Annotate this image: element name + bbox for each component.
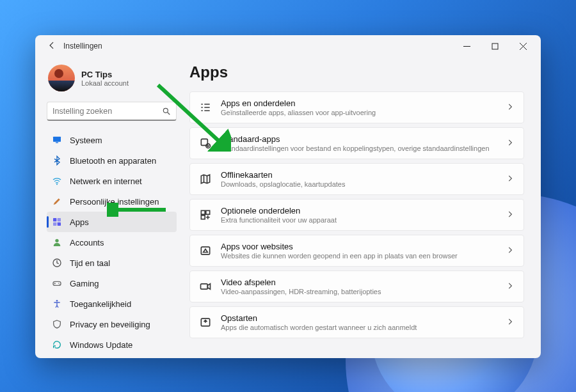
profile-name: PC Tips bbox=[81, 70, 129, 79]
search-icon bbox=[162, 107, 171, 116]
chevron-right-icon bbox=[506, 281, 515, 292]
sidebar-item-label: Windows Update bbox=[70, 340, 132, 350]
svg-rect-1 bbox=[492, 43, 498, 49]
window-title: Instellingen bbox=[63, 42, 452, 51]
chevron-right-icon bbox=[506, 102, 515, 113]
add-feature-icon bbox=[199, 208, 212, 221]
sidebar-item-privacy-en-beveiliging[interactable]: Privacy en beveiliging bbox=[47, 314, 177, 334]
settings-card-list: Apps en onderdelenGeïnstalleerde apps, a… bbox=[189, 91, 524, 338]
sidebar-item-label: Privacy en beveiliging bbox=[70, 320, 150, 329]
sidebar-item-label: Apps bbox=[70, 217, 89, 227]
sidebar-item-accounts[interactable]: Accounts bbox=[47, 232, 177, 253]
bluetooth-icon bbox=[52, 155, 62, 166]
card-description: Downloads, opslaglocatie, kaartupdates bbox=[221, 180, 497, 188]
person-icon bbox=[52, 237, 62, 247]
close-button[interactable] bbox=[509, 36, 537, 56]
sidebar-item-netwerk-en-internet[interactable]: Netwerk en internet bbox=[47, 171, 177, 191]
sidebar-item-label: Systeem bbox=[70, 136, 102, 145]
search-box[interactable] bbox=[47, 102, 177, 121]
paintbrush-icon bbox=[52, 196, 62, 207]
page-heading: Apps bbox=[189, 63, 524, 81]
map-icon bbox=[199, 173, 212, 185]
update-icon bbox=[52, 340, 62, 350]
card-title: Apps voor websites bbox=[221, 242, 497, 251]
sidebar-item-label: Toegankelijkheid bbox=[70, 299, 131, 309]
gamepad-icon bbox=[52, 278, 62, 288]
apps-icon bbox=[52, 217, 62, 227]
sidebar-item-apps[interactable]: Apps bbox=[47, 212, 177, 232]
settings-card-apps-voor-websites[interactable]: Apps voor websitesWebsites die kunnen wo… bbox=[189, 235, 524, 267]
maximize-button[interactable] bbox=[481, 36, 509, 56]
profile-subtitle: Lokaal account bbox=[81, 79, 129, 87]
settings-card-optionele-onderdelen[interactable]: Optionele onderdelenExtra functionalitei… bbox=[189, 199, 524, 231]
sidebar-item-label: Tijd en taal bbox=[70, 258, 110, 268]
sidebar-item-tijd-en-taal[interactable]: Tijd en taal bbox=[47, 253, 177, 273]
back-button[interactable] bbox=[44, 41, 60, 52]
accessibility-icon bbox=[52, 299, 62, 309]
search-input[interactable] bbox=[52, 107, 162, 116]
default-apps-icon bbox=[199, 137, 212, 150]
card-title: Opstarten bbox=[221, 313, 497, 323]
card-description: Websites die kunnen worden geopend in ee… bbox=[221, 252, 497, 260]
profile-block[interactable]: PC Tips Lokaal account bbox=[47, 59, 177, 102]
card-title: Offlinekaarten bbox=[221, 170, 497, 180]
sidebar-item-toegankelijkheid[interactable]: Toegankelijkheid bbox=[47, 294, 177, 314]
chevron-right-icon bbox=[506, 138, 515, 149]
window-controls bbox=[452, 36, 537, 56]
video-icon bbox=[199, 280, 212, 293]
card-description: Geïnstalleerde apps, aliassen voor app-u… bbox=[221, 109, 497, 116]
settings-card-offlinekaarten[interactable]: OfflinekaartenDownloads, opslaglocatie, … bbox=[189, 163, 524, 195]
card-description: Extra functionaliteit voor uw apparaat bbox=[221, 216, 497, 224]
startup-icon bbox=[199, 316, 212, 329]
card-title: Standaard-apps bbox=[221, 134, 497, 144]
settings-card-opstarten[interactable]: OpstartenApps die automatisch worden ges… bbox=[189, 306, 524, 338]
settings-card-apps-en-onderdelen[interactable]: Apps en onderdelenGeïnstalleerde apps, a… bbox=[189, 91, 524, 123]
settings-card-standaard-apps[interactable]: Standaard-appsStandaardinstellingen voor… bbox=[189, 127, 524, 159]
sidebar-item-systeem[interactable]: Systeem bbox=[47, 130, 177, 150]
sidebar-item-gaming[interactable]: Gaming bbox=[47, 273, 177, 294]
card-description: Video-aanpassingen, HDR-streaming, batte… bbox=[221, 288, 497, 295]
sidebar: PC Tips Lokaal account SysteemBluetooth … bbox=[35, 57, 186, 358]
chevron-right-icon bbox=[506, 317, 515, 328]
wifi-icon bbox=[52, 176, 62, 186]
sidebar-item-windows-update[interactable]: Windows Update bbox=[47, 334, 177, 355]
titlebar: Instellingen bbox=[35, 35, 541, 57]
svg-point-4 bbox=[163, 108, 168, 113]
list-icon bbox=[199, 101, 212, 114]
card-title: Optionele onderdelen bbox=[221, 206, 497, 216]
chevron-right-icon bbox=[506, 174, 515, 185]
sidebar-item-label: Accounts bbox=[70, 238, 104, 247]
card-description: Standaardinstellingen voor bestand en ko… bbox=[221, 145, 497, 152]
clock-globe-icon bbox=[52, 258, 62, 268]
main-content: Apps Apps en onderdelenGeïnstalleerde ap… bbox=[186, 57, 541, 358]
settings-card-video-afspelen[interactable]: Video afspelenVideo-aanpassingen, HDR-st… bbox=[189, 270, 524, 302]
sidebar-item-label: Gaming bbox=[70, 279, 99, 288]
shield-icon bbox=[52, 319, 62, 329]
sidebar-item-label: Bluetooth en apparaten bbox=[70, 156, 156, 166]
nav-list: SysteemBluetooth en apparatenNetwerk en … bbox=[47, 130, 177, 355]
sidebar-item-persoonlijke-instellingen[interactable]: Persoonlijke instellingen bbox=[47, 191, 177, 212]
web-app-icon bbox=[199, 244, 212, 257]
sidebar-item-label: Persoonlijke instellingen bbox=[70, 197, 159, 207]
minimize-button[interactable] bbox=[452, 36, 481, 56]
card-title: Apps en onderdelen bbox=[221, 98, 497, 108]
sidebar-item-bluetooth-en-apparaten[interactable]: Bluetooth en apparaten bbox=[47, 150, 177, 171]
card-description: Apps die automatisch worden gestart wann… bbox=[221, 324, 497, 331]
chevron-right-icon bbox=[506, 210, 515, 221]
chevron-right-icon bbox=[506, 246, 515, 256]
card-title: Video afspelen bbox=[221, 278, 497, 287]
settings-window: Instellingen PC Tips Lokaal account bbox=[35, 35, 541, 358]
svg-line-5 bbox=[168, 112, 170, 114]
sidebar-item-label: Netwerk en internet bbox=[70, 176, 142, 186]
monitor-icon bbox=[52, 135, 62, 145]
avatar bbox=[48, 65, 75, 91]
